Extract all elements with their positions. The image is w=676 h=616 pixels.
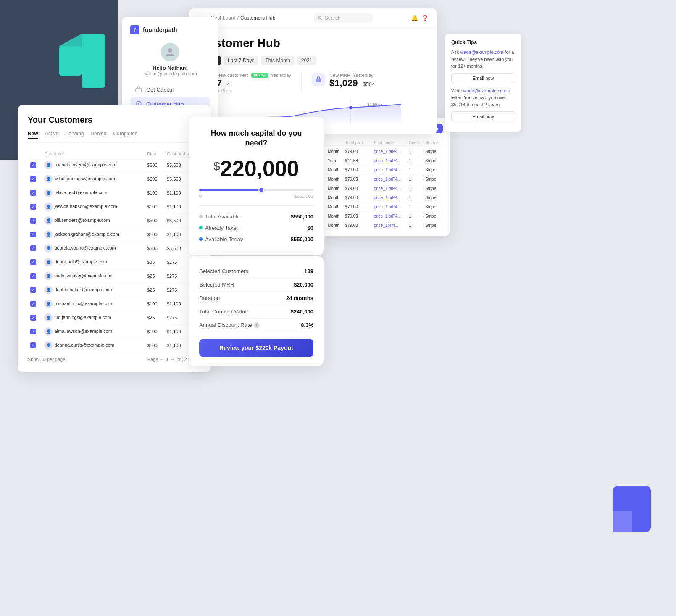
row-checkbox[interactable]: ✓	[28, 172, 42, 186]
row-plan: $100	[145, 339, 164, 353]
bell-icon[interactable]: 🔔	[411, 15, 418, 21]
capital-slider-container: 0 $550,000	[199, 189, 313, 199]
founderpath-logo-text: founderpath	[143, 26, 177, 33]
row-checkbox[interactable]: ✓	[28, 283, 42, 297]
tab-completed[interactable]: Completed	[113, 131, 137, 139]
cl-period: Month	[326, 203, 343, 212]
new-customers-label: New customers	[217, 73, 249, 78]
svg-rect-1	[59, 46, 82, 76]
row-email: 👤curtis.weaver@example.com	[42, 269, 145, 283]
tab-denied[interactable]: Denied	[90, 131, 106, 139]
row-plan: $100	[145, 186, 164, 200]
row-plan: $500	[145, 242, 164, 255]
summary-label-4: Annual Discount Rate i	[199, 322, 260, 328]
customers-table: Customer Plan Cash today ✓ 👤michelle.riv…	[28, 150, 201, 353]
tab-new[interactable]: New	[28, 131, 38, 139]
help-icon[interactable]: ❓	[421, 15, 429, 21]
cl-total: $79.00	[343, 193, 372, 203]
slider-thumb[interactable]	[258, 187, 264, 193]
row-checkbox[interactable]: ✓	[28, 269, 42, 283]
total-available-label: Total Available	[205, 213, 240, 220]
row-checkbox[interactable]: ✓	[28, 228, 42, 242]
row-plan: $25	[145, 311, 164, 325]
prev-page-btn[interactable]: ←	[160, 357, 164, 362]
tab-last7[interactable]: Last 7 Days	[224, 56, 258, 65]
table-row[interactable]: ✓ 👤jackson.graham@example.com $100 $1,10…	[28, 228, 201, 242]
table-row[interactable]: ✓ 👤debra.holt@example.com $25 $275	[28, 255, 201, 269]
cl-plan: price_1lbrP4...	[372, 147, 408, 156]
next-page-btn[interactable]: →	[171, 357, 175, 362]
cl-source: Stripe	[423, 212, 443, 221]
summary-value-1: $20,000	[294, 282, 313, 288]
table-row[interactable]: ✓ 👤alma.lawson@example.com $100 $1,100	[28, 325, 201, 339]
row-email: 👤tim.jennings@example.com	[42, 311, 145, 325]
mrr-yesterday-label: Yesterday	[353, 73, 374, 78]
summary-row-0: Selected Customers 139	[199, 265, 313, 278]
table-row[interactable]: ✓ 👤michael.mitc@example.com $100 $1,100	[28, 297, 201, 311]
review-payout-button[interactable]: Review your $220k Payout	[199, 339, 313, 357]
row-checkbox[interactable]: ✓	[28, 339, 42, 353]
table-row[interactable]: ✓ 👤georgia.young@example.com $500 $5,500	[28, 242, 201, 255]
row-email: 👤willie.jennings@example.com	[42, 172, 145, 186]
list-item[interactable]: Month $79.00 price_1lbrP4... 1 Stripe	[326, 166, 443, 175]
list-item[interactable]: Month $79.00 price_1lbrP4... 1 Stripe	[326, 203, 443, 212]
quick-tips-panel: Quick Tips Ask wade@example.com for a re…	[445, 34, 521, 132]
cl-period: Month	[326, 147, 343, 156]
capital-amount: $220,000	[199, 156, 313, 181]
row-checkbox[interactable]: ✓	[28, 186, 42, 200]
row-checkbox[interactable]: ✓	[28, 297, 42, 311]
row-checkbox[interactable]: ✓	[28, 325, 42, 339]
sidebar-item-label: Get Capital	[146, 87, 174, 93]
list-item[interactable]: Year $41.58 price_1lbrP4... 1 Stripe	[326, 156, 443, 166]
already-taken-label: Already Taken	[205, 225, 239, 231]
tab-active[interactable]: Active	[45, 131, 59, 139]
col-plan: Plan	[145, 150, 164, 158]
list-item[interactable]: Month $79.00 price_1lbrP4... 1 Stripe	[326, 175, 443, 184]
row-checkbox[interactable]: ✓	[28, 242, 42, 255]
list-item[interactable]: Month $79.00 price_1lbrP4... 1 Stripe	[326, 184, 443, 193]
customers-tabs: New Active Pending Denied Completed	[28, 131, 201, 143]
capital-slider[interactable]	[199, 189, 313, 191]
row-plan: $100	[145, 325, 164, 339]
list-item[interactable]: Month $79.00 price_1brm... 1 Stripe	[326, 221, 443, 230]
tab-2021[interactable]: 2021	[297, 56, 317, 65]
row-checkbox[interactable]: ✓	[28, 200, 42, 214]
dot-total-available	[199, 215, 203, 218]
table-row[interactable]: ✓ 👤deanna.curtis@example.com $100 $1,100	[28, 339, 201, 353]
row-checkbox[interactable]: ✓	[28, 158, 42, 172]
table-row[interactable]: ✓ 👤felicia.reid@example.com $100 $1,100	[28, 186, 201, 200]
row-checkbox[interactable]: ✓	[28, 255, 42, 269]
list-item[interactable]: Month $79.00 price_1lbrP4... 1 Stripe	[326, 193, 443, 203]
capital-metrics: Total Available $550,000 Already Taken $…	[199, 205, 313, 245]
email-now-btn-2[interactable]: Email now	[451, 111, 515, 121]
list-item[interactable]: Month $79.00 price_1lbrP4... 1 Stripe	[326, 147, 443, 156]
summary-value-4: 8.3%	[301, 322, 313, 328]
email-now-btn-1[interactable]: Email now	[451, 73, 515, 83]
cl-source: Stripe	[423, 221, 443, 230]
slider-max: $550,000	[294, 194, 313, 199]
table-row[interactable]: ✓ 👤debbie.baker@example.com $25 $275	[28, 283, 201, 297]
customers-panel-title: Your Customers	[28, 115, 201, 125]
checkbox-checked: ✓	[30, 232, 36, 237]
hub-search[interactable]: Search	[314, 13, 373, 23]
tab-pending[interactable]: Pending	[65, 131, 84, 139]
slider-labels: 0 $550,000	[199, 194, 313, 199]
list-item[interactable]: Month $79.00 price_1lbrP4... 1 Stripe	[326, 212, 443, 221]
table-row[interactable]: ✓ 👤willie.jennings@example.com $500 $5,5…	[28, 172, 201, 186]
table-row[interactable]: ✓ 👤michelle.rivera@example.com $500 $5,5…	[28, 158, 201, 172]
cl-plan: price_1lbrP4...	[372, 203, 408, 212]
cl-col-period	[326, 139, 343, 147]
table-row[interactable]: ✓ 👤curtis.weaver@example.com $25 $275	[28, 269, 201, 283]
row-checkbox[interactable]: ✓	[28, 214, 42, 228]
row-checkbox[interactable]: ✓	[28, 311, 42, 325]
new-mrr-label: New MRR	[329, 73, 350, 78]
hub-metrics: New customers +13.4% Yesterday 7 4 9:15 …	[199, 73, 427, 93]
cl-total: $79.00	[343, 166, 372, 175]
table-row[interactable]: ✓ 👤jessica.hanson@example.com $100 $1,10…	[28, 200, 201, 214]
table-row[interactable]: ✓ 👤tim.jennings@example.com $25 $275	[28, 311, 201, 325]
table-row[interactable]: ✓ 👤bill.sanders@example.com $500 $5,500	[28, 214, 201, 228]
info-icon[interactable]: i	[254, 322, 260, 328]
tab-this-month[interactable]: This Month	[261, 56, 294, 65]
cl-seats: 1	[407, 212, 423, 221]
sidebar-item-get-capital[interactable]: Get Capital	[130, 83, 210, 96]
